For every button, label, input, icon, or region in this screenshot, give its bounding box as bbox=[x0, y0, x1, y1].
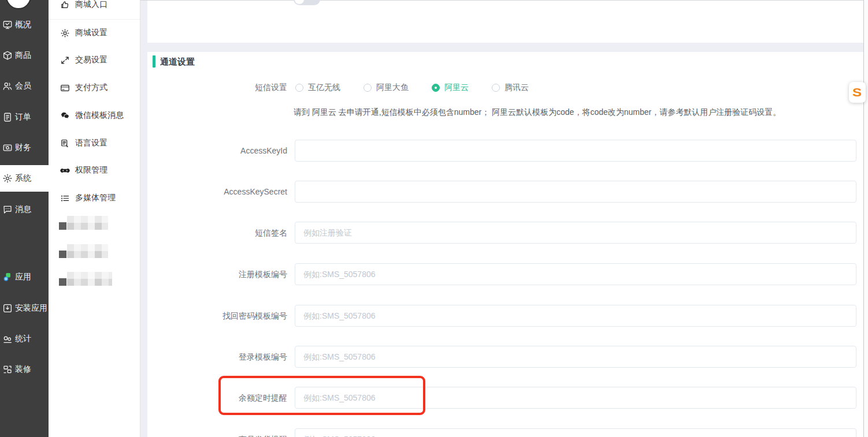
sidebar-item-decoration[interactable]: 装修 bbox=[0, 356, 49, 383]
app-logo[interactable] bbox=[6, 0, 31, 9]
submenu-item-3[interactable]: 交易设置 bbox=[49, 47, 140, 73]
field-input-8[interactable] bbox=[295, 428, 856, 437]
redacted-icon bbox=[59, 278, 66, 286]
radio-label: 互亿无线 bbox=[308, 83, 340, 93]
sidebar-item-orders[interactable]: 订单 bbox=[0, 104, 49, 130]
sidebar-item-stats[interactable]: 统计 bbox=[0, 326, 49, 352]
redacted-label bbox=[67, 216, 108, 230]
sidebar-item-label: 应用 bbox=[15, 272, 31, 282]
submenu-item-label: 商城设置 bbox=[75, 28, 107, 38]
form-row-5: 找回密码模板编号 bbox=[147, 305, 863, 327]
previous-section-card bbox=[147, 1, 863, 43]
sidebar-item-label: 装修 bbox=[15, 364, 31, 375]
submenu-item-6[interactable]: 语言设置 bbox=[49, 130, 140, 156]
radio-label: 阿里云 bbox=[444, 83, 469, 93]
submenu-item-1[interactable]: 商城入口 bbox=[49, 0, 140, 18]
sms-provider-row: 短信设置 互亿无线阿里大鱼阿里云腾讯云 bbox=[147, 82, 552, 94]
messages-icon bbox=[2, 204, 13, 215]
sidebar-item-finance[interactable]: 财务 bbox=[0, 135, 49, 161]
sidebar-item-label: 概况 bbox=[15, 20, 31, 30]
sidebar-item-install-apps[interactable]: 安装应用 bbox=[0, 295, 49, 322]
form-row-1: AccessKeyId bbox=[147, 140, 863, 162]
radio-provider-2[interactable]: 阿里大鱼 bbox=[363, 83, 409, 93]
sidebar-item-label: 系统 bbox=[15, 173, 31, 184]
members-icon bbox=[2, 81, 13, 91]
page-root: 概况商品会员订单财务系统消息应用安装应用统计装修 商城入口商城设置交易设置支付方… bbox=[0, 0, 868, 437]
submenu-item-2[interactable]: 商城设置 bbox=[49, 20, 140, 46]
install-apps-icon bbox=[2, 303, 13, 313]
radio-provider-1[interactable]: 互亿无线 bbox=[295, 83, 340, 93]
field-label: 登录模板编号 bbox=[147, 346, 287, 368]
field-label: AccessKeyId bbox=[147, 140, 287, 162]
section-title: 通道设置 bbox=[160, 57, 195, 68]
entrance-hand-icon bbox=[60, 0, 70, 10]
field-label: 注册模板编号 bbox=[147, 263, 287, 285]
submenu-item-label: 微信模板消息 bbox=[75, 110, 124, 121]
submenu-item-redacted-2[interactable] bbox=[59, 244, 108, 258]
submenu-divider bbox=[49, 19, 140, 20]
sidebar-item-members[interactable]: 会员 bbox=[0, 73, 49, 99]
submenu-item-label: 语言设置 bbox=[75, 138, 107, 148]
system-gear-icon bbox=[2, 173, 13, 184]
sidebar-item-label: 统计 bbox=[15, 334, 31, 344]
bank-card-icon bbox=[60, 83, 70, 93]
field-input-3[interactable] bbox=[295, 222, 856, 244]
orders-icon bbox=[2, 112, 13, 122]
radio-provider-3[interactable]: 阿里云 bbox=[432, 83, 469, 93]
submenu-item-label: 多媒体管理 bbox=[75, 193, 116, 203]
submenu-item-label: 权限管理 bbox=[75, 165, 107, 175]
floating-extension-tab[interactable]: S bbox=[849, 82, 866, 103]
field-input-4[interactable] bbox=[295, 263, 856, 285]
sidebar-item-products[interactable]: 商品 bbox=[0, 42, 49, 69]
radio-provider-4[interactable]: 腾讯云 bbox=[492, 83, 529, 93]
radio-circle-icon[interactable] bbox=[492, 84, 500, 92]
field-input-5[interactable] bbox=[295, 305, 856, 327]
provider-hint-text: 请到 阿里云 去申请开通,短信模板中必须包含number； 阿里云默认模板为co… bbox=[294, 107, 781, 118]
submenu-item-7[interactable]: 权限管理 bbox=[49, 157, 140, 184]
submenu-item-redacted-3[interactable] bbox=[59, 272, 112, 286]
radio-circle-icon[interactable] bbox=[432, 84, 440, 92]
submenu-item-redacted-1[interactable] bbox=[59, 216, 108, 230]
field-label: 余额定时提醒 bbox=[147, 387, 287, 409]
redacted-icon bbox=[59, 222, 66, 230]
sidebar-item-apps[interactable]: 应用 bbox=[0, 264, 49, 290]
field-input-7[interactable] bbox=[295, 387, 856, 409]
overview-icon bbox=[2, 20, 13, 30]
toggle-knob bbox=[295, 0, 304, 4]
sidebar-item-messages[interactable]: 消息 bbox=[0, 196, 49, 223]
form-row-3: 短信签名 bbox=[147, 222, 863, 244]
form-row-4: 注册模板编号 bbox=[147, 263, 863, 285]
submenu-item-label: 商城入口 bbox=[75, 0, 107, 10]
redacted-label bbox=[67, 272, 112, 286]
sidebar-item-overview[interactable]: 概况 bbox=[0, 12, 49, 38]
redacted-label bbox=[67, 244, 108, 258]
submenu-item-label: 支付方式 bbox=[75, 83, 107, 93]
section-accent-bar bbox=[153, 55, 155, 68]
sidebar-item-system-gear[interactable]: 系统 bbox=[0, 165, 49, 192]
wechat-icon bbox=[60, 111, 70, 121]
page-scrollbar[interactable] bbox=[863, 0, 868, 437]
field-label: 商品发货提醒 bbox=[147, 428, 287, 437]
submenu-item-4[interactable]: 支付方式 bbox=[49, 74, 140, 101]
form-row-6: 登录模板编号 bbox=[147, 346, 863, 368]
permission-icon bbox=[60, 166, 70, 175]
toggle-switch[interactable] bbox=[294, 0, 320, 5]
sms-provider-radio-group: 互亿无线阿里大鱼阿里云腾讯云 bbox=[295, 83, 552, 93]
sidebar-item-label: 消息 bbox=[15, 204, 31, 215]
sidebar-item-label: 财务 bbox=[15, 143, 31, 153]
language-icon bbox=[60, 139, 70, 148]
submenu-item-5[interactable]: 微信模板消息 bbox=[49, 102, 140, 129]
field-input-2[interactable] bbox=[295, 181, 856, 203]
form-row-8: 商品发货提醒 bbox=[147, 428, 863, 437]
apps-icon bbox=[2, 272, 13, 282]
products-icon bbox=[2, 50, 13, 61]
field-label: AccessKeySecret bbox=[147, 181, 287, 203]
trade-arrows-icon bbox=[60, 55, 70, 65]
field-input-6[interactable] bbox=[295, 346, 856, 368]
radio-circle-icon[interactable] bbox=[363, 84, 372, 92]
radio-circle-icon[interactable] bbox=[295, 84, 303, 92]
field-input-1[interactable] bbox=[295, 140, 856, 162]
extension-logo-icon: S bbox=[852, 85, 862, 99]
submenu-item-8[interactable]: 多媒体管理 bbox=[49, 185, 140, 211]
sidebar-item-label: 安装应用 bbox=[15, 303, 47, 313]
